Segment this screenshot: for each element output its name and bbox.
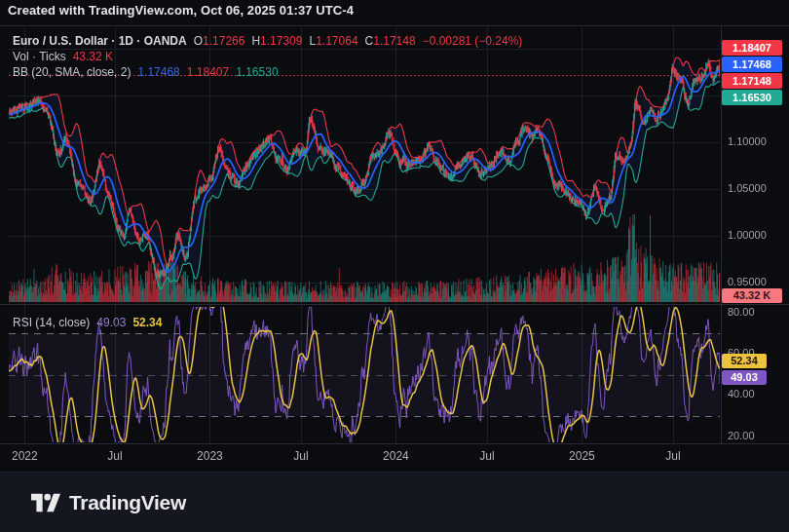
- tradingview-logo-text: TradingView: [69, 491, 186, 514]
- watermark-text: Created with TradingView.com, Oct 06, 20…: [8, 3, 354, 18]
- volume-title[interactable]: Vol · Ticks: [13, 50, 66, 63]
- time-axis-label: Jul: [652, 449, 695, 463]
- symbol-ohlc-row: Euro / U.S. Dollar · 1D · OANDA O1.17266…: [13, 33, 522, 49]
- last-price-badge: 1.17148: [722, 73, 782, 89]
- high-value: H1.17309: [251, 34, 302, 48]
- bb-lower-badge: 1.16530: [722, 90, 782, 105]
- bb-basis-badge: 1.17468: [722, 57, 782, 72]
- open-value: O1.17266: [194, 34, 245, 48]
- bb-upper-value: 1.18407: [187, 65, 229, 79]
- time-scale[interactable]: 2022 Jul 2023 Jul 2024 Jul 2025 Jul: [0, 447, 721, 469]
- time-axis-label: 2022: [3, 449, 46, 463]
- volume-badge: 43.32 K: [722, 288, 782, 303]
- symbol-legend: Euro / U.S. Dollar · 1D · OANDA O1.17266…: [13, 33, 522, 80]
- rsi-axis-label: 20.00: [728, 430, 755, 441]
- rsi-ma-value: 52.34: [132, 316, 162, 329]
- tradingview-logo-icon: [31, 491, 60, 514]
- time-axis-label: 2024: [374, 449, 417, 463]
- price-axis-label: 0.95000: [728, 276, 767, 287]
- change-value: −0.00281 (−0.24%): [423, 34, 523, 48]
- tradingview-logo-link[interactable]: TradingView: [31, 491, 186, 514]
- time-axis-label: 2023: [188, 449, 231, 463]
- rsi-ma-badge: 52.34: [722, 354, 767, 368]
- tradingview-chart-frame: Created with TradingView.com, Oct 06, 20…: [0, 0, 789, 532]
- bb-legend-row: BB (20, SMA, close, 2) 1.17468 1.18407 1…: [13, 64, 522, 80]
- volume-value: 43.32 K: [73, 50, 113, 63]
- rsi-axis-label: 40.00: [728, 388, 755, 399]
- bb-upper-badge: 1.18407: [722, 40, 782, 56]
- low-value: L1.17064: [309, 34, 357, 48]
- time-axis-label: Jul: [280, 449, 322, 463]
- price-axis-label: 1.05000: [728, 182, 767, 194]
- price-axis-label: 1.00000: [728, 229, 767, 241]
- volume-legend-row: Vol · Ticks 43.32 K: [13, 49, 522, 64]
- bb-basis-value: 1.17468: [137, 65, 179, 79]
- rsi-title[interactable]: RSI (14, close): [13, 316, 90, 329]
- symbol-title[interactable]: Euro / U.S. Dollar · 1D · OANDA: [13, 34, 187, 48]
- rsi-legend: RSI (14, close) 49.03 52.34: [13, 315, 162, 330]
- bb-lower-value: 1.16530: [236, 65, 278, 79]
- rsi-value: 49.03: [96, 316, 126, 329]
- time-axis-label: Jul: [466, 449, 508, 463]
- price-axis-label: 1.10000: [728, 135, 767, 147]
- time-axis-label: Jul: [94, 449, 136, 463]
- time-axis-label: 2025: [560, 449, 603, 463]
- rsi-badge: 49.03: [722, 370, 767, 385]
- close-value: C1.17148: [365, 34, 416, 48]
- bb-title[interactable]: BB (20, SMA, close, 2): [13, 65, 131, 79]
- attribution-bar: TradingView: [0, 472, 789, 532]
- rsi-axis-label: 80.00: [728, 306, 755, 318]
